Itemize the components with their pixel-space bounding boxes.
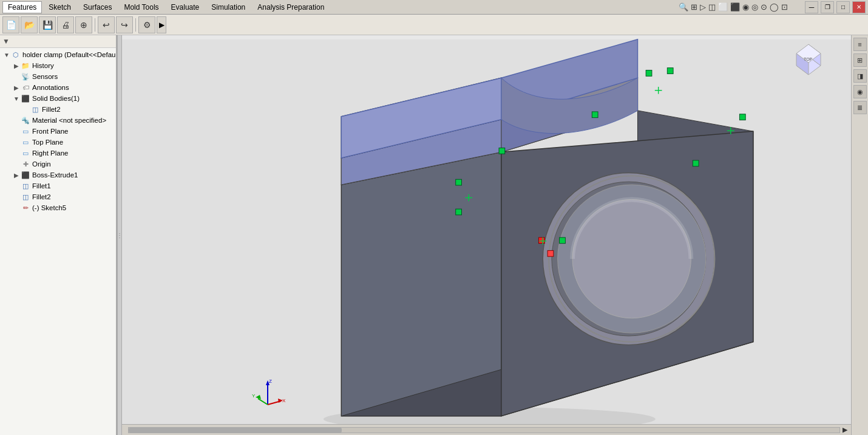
top-icon-11[interactable]: ⊡ — [781, 2, 788, 12]
svg-rect-23 — [499, 148, 505, 154]
left-panel: ▼ ▼ ⬡ holder clamp (Default<<Default>_Di… — [0, 35, 117, 435]
win-max[interactable]: □ — [836, 1, 850, 13]
front-plane-icon: ▭ — [21, 126, 30, 136]
svg-rect-20 — [667, 68, 673, 74]
tb-save[interactable]: 💾 — [39, 16, 56, 33]
tree-item-material[interactable]: ▶ 🔩 Material <not specified> — [0, 115, 116, 126]
origin-icon: ✚ — [21, 159, 30, 169]
tb-print[interactable]: 🖨 — [57, 16, 74, 33]
top-icon-9[interactable]: ⊙ — [761, 2, 767, 12]
menu-item-simulation[interactable]: Simulation — [206, 1, 251, 13]
tree-item-annotations[interactable]: ▶ 🏷 Annotations — [0, 82, 116, 93]
solid-icon: ⬛ — [21, 94, 30, 103]
menu-item-mold-tools[interactable]: Mold Tools — [118, 1, 164, 13]
tb-open[interactable]: 📂 — [21, 16, 38, 33]
menu-item-surfaces[interactable]: Surfaces — [78, 1, 117, 13]
tree-item-fillet2[interactable]: ▶ ◫ Fillet2 — [0, 191, 116, 202]
boss-label: Boss-Extrude1 — [32, 171, 78, 179]
svg-text:TOP: TOP — [804, 57, 813, 61]
top-icon-10[interactable]: ◯ — [770, 2, 779, 12]
menu-item-sketch[interactable]: Sketch — [43, 1, 76, 13]
tree-item-history[interactable]: ▶ 📁 History — [0, 60, 116, 71]
tree-item-front-plane[interactable]: ▶ ▭ Front Plane — [0, 126, 116, 137]
annotations-label: Annotations — [32, 84, 69, 91]
orientation-cube[interactable]: TOP — [790, 41, 827, 78]
tree-item-fillet2-body[interactable]: ▶ ◫ Fillet2 — [0, 104, 116, 115]
rp-btn-4[interactable]: ◉ — [853, 85, 867, 98]
feature-tree: ▼ ⬡ holder clamp (Default<<Default>_Disp… — [0, 48, 116, 435]
rp-btn-5[interactable]: ≣ — [853, 101, 867, 114]
top-icon-8[interactable]: ◎ — [751, 2, 758, 12]
boss-expand-icon[interactable]: ▶ — [12, 171, 21, 179]
material-icon: 🔩 — [21, 115, 30, 125]
rp-btn-3[interactable]: ◨ — [853, 69, 867, 83]
tree-item-fillet1[interactable]: ▶ ◫ Fillet1 — [0, 180, 116, 191]
tb-redo[interactable]: ↪ — [116, 16, 133, 33]
win-restore[interactable]: ❐ — [821, 1, 834, 13]
fillet1-label: Fillet1 — [32, 182, 51, 190]
tree-item-origin[interactable]: ▶ ✚ Origin — [0, 159, 116, 170]
fillet1-icon: ◫ — [21, 181, 30, 191]
annotations-expand-icon[interactable]: ▶ — [12, 83, 21, 92]
tree-item-top-plane[interactable]: ▶ ▭ Top Plane — [0, 137, 116, 148]
extrude-icon: ⬛ — [21, 170, 30, 180]
history-expand-icon[interactable]: ▶ — [12, 61, 21, 70]
sketch5-label: (-) Sketch5 — [32, 204, 66, 211]
top-plane-icon: ▭ — [21, 137, 30, 147]
top-icon-7[interactable]: ◉ — [742, 2, 749, 12]
top-icon-search[interactable]: 🔍 — [679, 2, 688, 12]
svg-rect-21 — [592, 112, 598, 118]
tb-arrow-more[interactable]: ▶ — [157, 16, 166, 33]
part-icon: ⬡ — [11, 50, 21, 60]
folder-icon: 📁 — [21, 61, 30, 70]
right-panel: ≡ ⊞ ◨ ◉ ≣ — [851, 35, 868, 435]
horizontal-scrollbar[interactable] — [128, 427, 840, 433]
status-bar: ▶ — [122, 424, 851, 435]
top-icon-3[interactable]: ▷ — [700, 2, 706, 12]
menu-item-features[interactable]: Features — [2, 1, 42, 13]
model-svg — [122, 35, 851, 435]
front-plane-label: Front Plane — [32, 128, 68, 135]
right-plane-icon: ▭ — [21, 148, 30, 158]
tree-root[interactable]: ▼ ⬡ holder clamp (Default<<Default>_Disp… — [0, 49, 116, 60]
svg-rect-22 — [739, 114, 745, 120]
svg-rect-26 — [693, 160, 699, 166]
svg-rect-24 — [456, 179, 462, 185]
tree-item-right-plane[interactable]: ▶ ▭ Right Plane — [0, 148, 116, 159]
rp-btn-2[interactable]: ⊞ — [853, 53, 867, 67]
filter-icon[interactable]: ▼ — [2, 37, 10, 46]
toolbar-separator-1 — [95, 18, 95, 32]
tree-item-solid-bodies[interactable]: ▼ ⬛ Solid Bodies(1) — [0, 93, 116, 104]
menu-item-evaluate[interactable]: Evaluate — [166, 1, 205, 13]
annotations-icon: 🏷 — [21, 83, 30, 92]
panel-resize-handle[interactable]: ⋮ — [117, 35, 122, 435]
material-label: Material <not specified> — [32, 117, 106, 124]
scroll-right-btn[interactable]: ▶ — [843, 426, 847, 434]
top-plane-label: Top Plane — [32, 139, 63, 146]
tree-item-sketch5[interactable]: ▶ ✏ (-) Sketch5 — [0, 202, 116, 213]
filter-bar: ▼ — [0, 35, 116, 48]
tree-item-sensors[interactable]: ▶ 📡 Sensors — [0, 71, 116, 82]
tb-rotate[interactable]: ⊕ — [75, 16, 92, 33]
3d-viewport[interactable]: TOP Z X Y — [122, 35, 851, 435]
top-icon-6[interactable]: ⬛ — [730, 2, 740, 12]
sensors-label: Sensors — [32, 73, 58, 80]
rp-btn-1[interactable]: ≡ — [853, 38, 867, 51]
solid-expand-icon[interactable]: ▼ — [12, 94, 21, 103]
toolbar-separator-2 — [135, 18, 136, 32]
solid-bodies-label: Solid Bodies(1) — [32, 95, 80, 102]
top-icon-5[interactable]: ⬜ — [718, 2, 728, 12]
top-icon-4[interactable]: ◫ — [708, 2, 716, 12]
top-icon-2[interactable]: ⊞ — [691, 2, 697, 12]
svg-rect-25 — [456, 209, 462, 215]
right-plane-label: Right Plane — [32, 149, 68, 157]
win-close[interactable]: ✕ — [852, 1, 866, 13]
root-expand-icon[interactable]: ▼ — [2, 50, 11, 59]
tb-options[interactable]: ⚙ — [138, 16, 155, 33]
svg-rect-29 — [560, 238, 566, 244]
tb-new[interactable]: 📄 — [2, 16, 19, 33]
tree-item-boss-extrude1[interactable]: ▶ ⬛ Boss-Extrude1 — [0, 170, 116, 180]
win-min[interactable]: ─ — [805, 1, 818, 13]
tb-undo[interactable]: ↩ — [98, 16, 115, 33]
menu-item-analysis[interactable]: Analysis Preparation — [252, 1, 330, 13]
